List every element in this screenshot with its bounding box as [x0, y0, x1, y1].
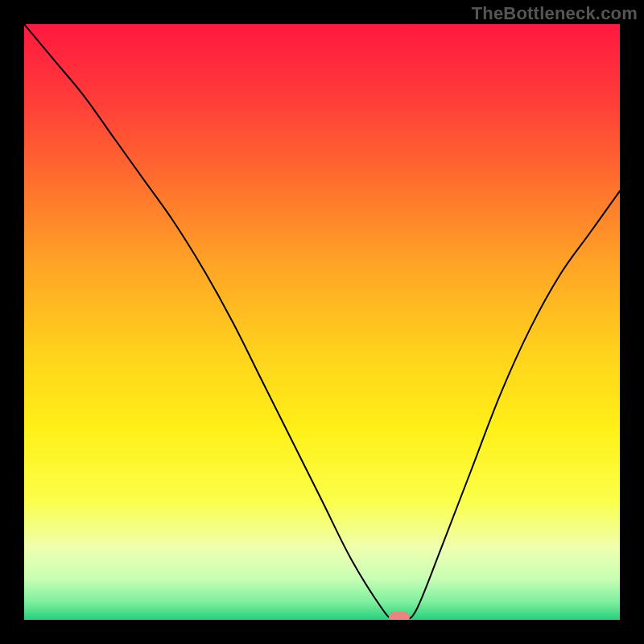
bottleneck-curve	[24, 24, 620, 620]
optimal-marker	[389, 612, 410, 620]
plot-area	[24, 24, 620, 620]
watermark-text: TheBottleneck.com	[472, 3, 638, 24]
chart-frame: TheBottleneck.com	[0, 0, 644, 644]
